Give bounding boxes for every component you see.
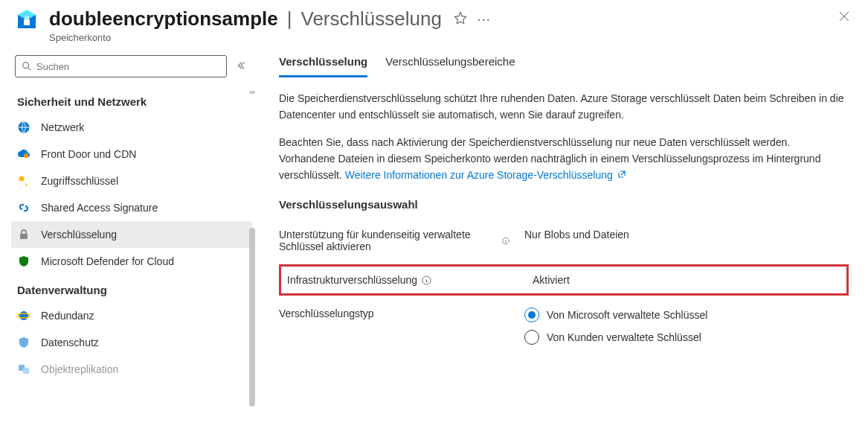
key-icon	[17, 174, 30, 188]
nav-section-data-management: Datenverwaltung	[11, 275, 252, 302]
nav-item-sas[interactable]: Shared Access Signature	[11, 194, 252, 221]
field-cmk-support: Unterstützung für kundenseitig verwaltet…	[279, 221, 849, 260]
storage-lock-icon	[15, 7, 39, 31]
radio-microsoft-managed[interactable]: Von Microsoft verwaltete Schlüssel	[524, 307, 849, 322]
field-infrastructure-encryption: Infrastrukturverschlüsselung Aktiviert	[281, 274, 846, 286]
blade-name: Verschlüsselung	[301, 7, 442, 31]
nav-label: Objektreplikation	[41, 363, 118, 375]
radio-customer-managed[interactable]: Von Kunden verwaltete Schlüssel	[524, 330, 849, 345]
nav-item-networking[interactable]: Netzwerk	[11, 114, 252, 141]
nav-label: Microsoft Defender for Cloud	[41, 255, 174, 267]
favorite-star-icon[interactable]	[454, 11, 467, 27]
nav-item-object-replication[interactable]: Objektreplikation	[11, 356, 252, 383]
encryption-type-radio-group: Von Microsoft verwaltete Schlüssel Von K…	[524, 307, 849, 345]
lock-icon	[17, 228, 30, 241]
nav-item-defender[interactable]: Microsoft Defender for Cloud	[11, 248, 252, 275]
nav-label: Front Door und CDN	[41, 148, 136, 160]
nav-label: Datenschutz	[41, 337, 99, 348]
page-header: doubleencryptionsample | Verschlüsselung…	[0, 0, 868, 51]
resource-name: doubleencryptionsample	[49, 7, 278, 31]
search-field[interactable]	[36, 61, 220, 72]
sidebar-nav: Sicherheit und Netzwerk Netzwerk Front D…	[11, 86, 257, 443]
collapse-sidebar-button[interactable]	[233, 57, 249, 76]
radio-label: Von Microsoft verwaltete Schlüssel	[547, 309, 707, 321]
nav-item-front-door[interactable]: Front Door und CDN	[11, 141, 252, 168]
svg-point-3	[24, 153, 28, 158]
globe-ring-icon	[17, 309, 30, 322]
field-label-text: Unterstützung für kundenseitig verwaltet…	[279, 229, 498, 252]
nav-label: Redundanz	[41, 310, 94, 322]
tab-bar: Verschlüsselung Verschlüsselungsbereiche	[279, 51, 849, 77]
svg-point-1	[23, 63, 29, 68]
title-separator: |	[287, 7, 292, 31]
nav-item-redundancy[interactable]: Redundanz	[11, 302, 252, 329]
field-value: Aktiviert	[533, 274, 840, 286]
link-icon	[17, 201, 30, 214]
nav-label: Zugriffsschlüssel	[41, 175, 118, 187]
nav-label: Shared Access Signature	[41, 202, 158, 214]
search-icon	[22, 61, 32, 71]
radio-label: Von Kunden verwaltete Schlüssel	[547, 331, 701, 343]
nav-section-security: Sicherheit und Netzwerk	[11, 86, 252, 114]
learn-more-link[interactable]: Weitere Informationen zur Azure Storage-…	[345, 169, 626, 181]
nav-item-encryption[interactable]: Verschlüsselung	[11, 221, 252, 248]
close-button[interactable]	[835, 7, 853, 28]
info-icon[interactable]	[502, 236, 509, 246]
svg-point-6	[19, 311, 28, 320]
sidebar: Sicherheit und Netzwerk Netzwerk Front D…	[0, 51, 257, 443]
shield-icon	[17, 255, 30, 268]
svg-rect-5	[20, 234, 28, 239]
tab-encryption-scopes[interactable]: Verschlüsselungsbereiche	[385, 51, 515, 77]
nav-item-access-keys[interactable]: Zugriffsschlüssel	[11, 168, 252, 194]
replication-icon	[17, 363, 30, 376]
tab-encryption[interactable]: Verschlüsselung	[279, 51, 367, 77]
cloud-icon	[17, 147, 30, 161]
svg-rect-9	[23, 368, 29, 374]
nav-item-data-protection[interactable]: Datenschutz	[11, 329, 252, 356]
main-content: Verschlüsselung Verschlüsselungsbereiche…	[257, 51, 868, 443]
external-link-icon	[617, 170, 626, 179]
svg-rect-0	[24, 19, 30, 25]
globe-icon	[17, 121, 30, 134]
field-encryption-type: Verschlüsselungstyp Von Microsoft verwal…	[279, 300, 849, 352]
field-value: Nur Blobs und Dateien	[524, 229, 849, 240]
nav-label: Verschlüsselung	[41, 229, 117, 240]
nav-label: Netzwerk	[41, 121, 84, 133]
highlighted-field: Infrastrukturverschlüsselung Aktiviert	[279, 264, 849, 296]
field-label-text: Verschlüsselungstyp	[279, 307, 374, 319]
more-actions-icon[interactable]: ···	[478, 13, 491, 26]
resource-type: Speicherkonto	[49, 32, 835, 43]
field-label-text: Infrastrukturverschlüsselung	[287, 274, 417, 286]
info-icon[interactable]	[422, 275, 431, 285]
svg-point-4	[19, 176, 25, 182]
description-paragraph-2: Beachten Sie, dass nach Aktivierung der …	[279, 135, 849, 183]
scrollbar-indicator	[249, 91, 255, 94]
description-paragraph-1: Die Speicherdienstverschlüsselung schütz…	[279, 91, 849, 123]
search-input[interactable]	[15, 55, 227, 77]
radio-circle-icon	[524, 330, 539, 345]
shield-blue-icon	[17, 336, 30, 349]
section-heading: Verschlüsselungsauswahl	[279, 198, 849, 211]
radio-circle-checked-icon	[524, 307, 539, 322]
